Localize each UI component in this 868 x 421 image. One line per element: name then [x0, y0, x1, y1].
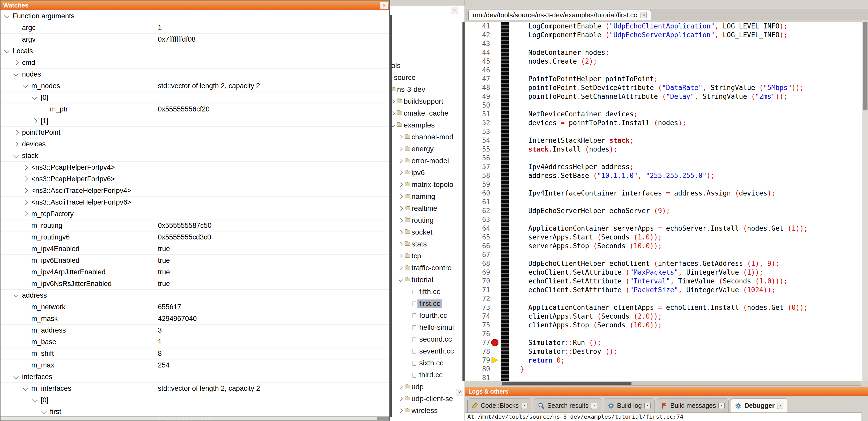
- watch-row[interactable]: m_address3: [1, 325, 389, 336]
- tree-item-tcp[interactable]: tcp: [388, 250, 465, 262]
- code-line[interactable]: 43: [465, 39, 862, 48]
- watch-row[interactable]: <ns3::AsciiTraceHelperForIpv4>: [1, 185, 389, 197]
- code-line[interactable]: 78 Simulator::Destroy ();: [465, 347, 862, 356]
- expander-right-icon[interactable]: [399, 159, 403, 163]
- code-line[interactable]: 76: [465, 329, 862, 338]
- watch-row[interactable]: [0]: [1, 92, 389, 103]
- expander-right-icon[interactable]: [399, 218, 403, 223]
- tree-pane-close-icon[interactable]: ×: [451, 7, 458, 14]
- watch-row[interactable]: [1]: [1, 115, 389, 127]
- code-line[interactable]: 64 ApplicationContainer serverApps = ech…: [465, 224, 862, 233]
- watch-row[interactable]: stack: [1, 150, 389, 162]
- editor-splitter[interactable]: [462, 22, 465, 381]
- watches-close-icon[interactable]: ×: [380, 2, 388, 9]
- hscroll-thumb[interactable]: [502, 382, 631, 385]
- tree-item-second-cc[interactable]: second.cc: [388, 333, 465, 346]
- tree-item-buildsupport[interactable]: buildsupport: [388, 96, 465, 107]
- expander-down-icon[interactable]: [23, 83, 28, 88]
- tab-close-icon[interactable]: ×: [777, 402, 783, 409]
- tree-item-matrix-topolo[interactable]: matrix-topolo: [388, 179, 465, 191]
- expander-right-icon[interactable]: [399, 171, 403, 175]
- tree-item-wireless[interactable]: wireless: [388, 405, 465, 417]
- expander-right-icon[interactable]: [399, 194, 403, 199]
- code-line[interactable]: 49 pointToPoint.SetChannelAttribute ("De…: [465, 92, 862, 101]
- expander-right-icon[interactable]: [399, 385, 403, 389]
- expander-down-icon[interactable]: [41, 409, 46, 414]
- watch-row[interactable]: <ns3::PcapHelperForIpv4>: [1, 162, 389, 173]
- watch-row[interactable]: [0]: [1, 394, 389, 406]
- code-line[interactable]: 44 NodeContainer nodes;: [465, 48, 862, 57]
- tree-item-ipv6[interactable]: ipv6: [388, 167, 465, 179]
- code-line[interactable]: 62 UdpEchoServerHelper echoServer (9);: [465, 206, 862, 215]
- watch-row[interactable]: m_nodesstd::vector of length 2, capacity…: [1, 80, 389, 92]
- tree-item-seventh-cc[interactable]: seventh.cc: [388, 346, 465, 357]
- tree-item-ns-3-dev[interactable]: ns-3-dev: [388, 84, 465, 96]
- logs-panel-close-icon[interactable]: ×: [456, 389, 463, 396]
- tree-item-tutorial[interactable]: tutorial: [388, 274, 465, 286]
- watch-row[interactable]: m_mask4294967040: [1, 313, 389, 325]
- code-line[interactable]: 67: [465, 250, 862, 259]
- tree-item-udp[interactable]: udp: [388, 381, 465, 393]
- watch-row[interactable]: m_network655617: [1, 301, 389, 313]
- tab-close-icon[interactable]: ×: [718, 402, 725, 409]
- expander-down-icon[interactable]: [32, 95, 37, 100]
- expander-down-icon[interactable]: [13, 374, 19, 379]
- code-line[interactable]: 58 address.SetBase ("10.1.1.0", "255.255…: [465, 171, 862, 180]
- vscroll-thumb[interactable]: [863, 22, 867, 110]
- code-line[interactable]: 63: [465, 215, 862, 224]
- expander-down-icon[interactable]: [399, 278, 403, 282]
- code-line[interactable]: 52 devices = pointToPoint.Install (nodes…: [465, 119, 862, 127]
- watch-row[interactable]: m_routing0x555555587c50: [1, 220, 389, 231]
- code-line[interactable]: 53: [465, 127, 862, 136]
- editor-tab-close-icon[interactable]: ×: [641, 12, 647, 19]
- expander-right-icon[interactable]: [399, 266, 403, 270]
- watch-row[interactable]: devices: [1, 138, 389, 150]
- expander-right-icon[interactable]: [13, 60, 19, 65]
- watch-row[interactable]: m_interfacesstd::vector of length 2, cap…: [1, 383, 389, 394]
- tree-item-sixth-cc[interactable]: sixth.cc: [388, 357, 465, 369]
- expander-down-icon[interactable]: [13, 153, 19, 158]
- editor-vscrollbar[interactable]: [862, 20, 868, 381]
- logs-caption-bar[interactable]: Logs & others: [465, 387, 868, 396]
- code-line[interactable]: 45 nodes.Create (2);: [465, 57, 862, 66]
- expander-right-icon[interactable]: [23, 211, 28, 217]
- expander-right-icon[interactable]: [399, 409, 403, 413]
- expander-right-icon[interactable]: [13, 141, 19, 147]
- code-line[interactable]: 41 LogComponentEnable ("UdpEchoClientApp…: [465, 22, 862, 31]
- code-line[interactable]: 54 InternetStackHelper stack;: [465, 136, 862, 145]
- logs-tab-build-messages[interactable]: Build messages×: [657, 398, 728, 413]
- code-line[interactable]: 65 serverApps.Start (Seconds (1.0));: [465, 233, 862, 241]
- expander-right-icon[interactable]: [399, 206, 403, 211]
- code-line[interactable]: 80}: [465, 365, 862, 374]
- watch-row[interactable]: m_ipv4ArpJitterEnabledtrue: [1, 266, 389, 278]
- expander-down-icon[interactable]: [23, 386, 28, 391]
- code-line[interactable]: 74 clientApps.Start (Seconds (2.0));: [465, 312, 862, 321]
- watch-row[interactable]: nodes: [1, 68, 389, 80]
- tree-item-hello-simul[interactable]: hello-simul: [388, 322, 465, 333]
- tree-item-examples[interactable]: examples: [388, 120, 465, 131]
- tree-item-socket[interactable]: socket: [388, 227, 465, 238]
- code-line[interactable]: 69 echoClient.SetAttribute ("MaxPackets"…: [465, 268, 862, 277]
- code-line[interactable]: 48 pointToPoint.SetDeviceAttribute ("Dat…: [465, 83, 862, 92]
- tree-item-realtime[interactable]: realtime: [388, 203, 465, 215]
- watch-row[interactable]: <ns3::AsciiTraceHelperForIpv6>: [1, 197, 389, 208]
- watch-row[interactable]: m_ipv6Enabledtrue: [1, 255, 389, 266]
- tree-item-cmake-cache[interactable]: cmake_cache: [388, 107, 465, 120]
- watch-row[interactable]: Function arguments: [1, 10, 389, 22]
- watch-row[interactable]: interfaces: [1, 371, 389, 383]
- expander-right-icon[interactable]: [13, 130, 19, 135]
- code-line[interactable]: 72: [465, 294, 862, 303]
- code-line[interactable]: 47 PointToPointHelper pointToPoint;: [465, 74, 862, 83]
- tree-item-energy[interactable]: energy: [388, 143, 465, 155]
- tree-item-fourth-cc[interactable]: fourth.cc: [388, 310, 465, 322]
- tree-item-traffic-contro[interactable]: traffic-contro: [388, 262, 465, 274]
- code-line[interactable]: 61: [465, 198, 862, 206]
- tree-item-error-model[interactable]: error-model: [388, 155, 465, 167]
- code-line[interactable]: 56: [465, 154, 862, 162]
- code-line[interactable]: 68 UdpEchoClientHelper echoClient (inter…: [465, 259, 862, 268]
- watches-hscroll-thumb[interactable]: [377, 417, 389, 420]
- code-editor[interactable]: 41 LogComponentEnable ("UdpEchoClientApp…: [465, 22, 862, 381]
- code-line[interactable]: 70 echoClient.SetAttribute ("Interval", …: [465, 277, 862, 286]
- tab-close-icon[interactable]: ×: [591, 402, 597, 409]
- code-line[interactable]: 75 clientApps.Stop (Seconds (10.0));: [465, 321, 862, 329]
